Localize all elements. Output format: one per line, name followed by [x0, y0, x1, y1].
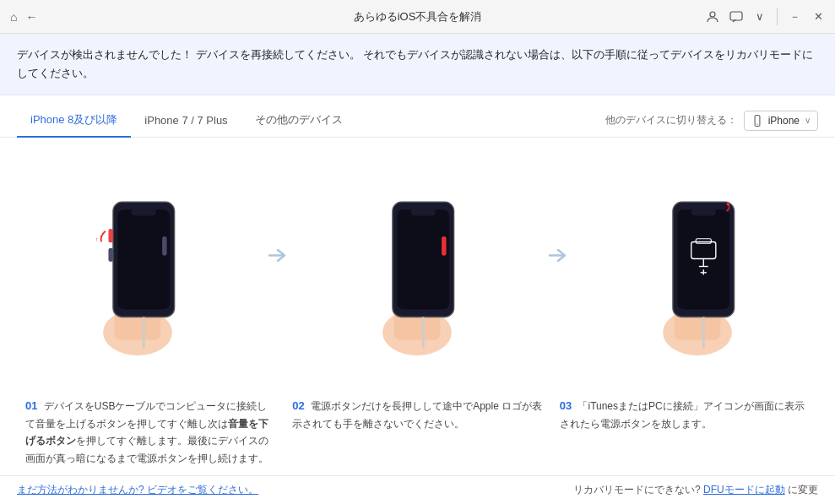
- steps-images: ↑: [17, 146, 818, 397]
- svg-rect-7: [118, 210, 171, 310]
- step1-num: 01: [25, 399, 37, 412]
- arrow2-icon: [543, 241, 572, 276]
- footer: まだ方法がわかりませんか? ビデオをご覧ください。 リカバリモードにできない? …: [0, 475, 835, 504]
- step1-text: デバイスをUSBケーブルでコンピュータに接続して音量を上げるボタンを押してすぐ離…: [25, 400, 268, 464]
- user-icon[interactable]: [706, 10, 719, 24]
- svg-rect-11: [132, 209, 156, 216]
- dfu-mode-link[interactable]: DFUモードに起動: [703, 484, 785, 496]
- step3-num: 03: [560, 399, 572, 412]
- tab-iphone7[interactable]: iPhone 7 / 7 Plus: [131, 106, 241, 137]
- svg-rect-10: [162, 237, 166, 257]
- main-content: iPhone 8及び以降 iPhone 7 / 7 Plus その他のデバイス …: [0, 95, 835, 504]
- close-button[interactable]: ✕: [811, 10, 825, 24]
- chevron-down-icon[interactable]: ∨: [753, 10, 767, 24]
- divider: [777, 8, 778, 25]
- svg-point-0: [710, 12, 715, 17]
- step-descriptions: 01 デバイスをUSBケーブルでコンピュータに接続して音量を上げるボタンを押して…: [17, 397, 818, 475]
- minimize-button[interactable]: －: [788, 10, 801, 24]
- phone-icon: [751, 115, 763, 127]
- step1-desc: 01 デバイスをUSBケーブルでコンピュータに接続して音量を上げるボタンを押して…: [17, 397, 284, 467]
- step1-illustration: ↑: [74, 187, 201, 355]
- svg-rect-31: [691, 209, 716, 216]
- title-bar-right: ∨ － ✕: [706, 8, 825, 25]
- svg-rect-8: [109, 229, 113, 242]
- chevron-icon: ∨: [805, 116, 811, 125]
- step2-text: 電源ボタンだけを長押しして途中でApple ロゴが表示されても手を離さないでくだ…: [292, 400, 542, 430]
- device-switch-label: 他のデバイスに切り替える：: [605, 113, 737, 127]
- step3-desc: 03 「iTunesまたはPCに接続」アイコンが画面に表示されたら電源ボタンを放…: [551, 397, 818, 467]
- svg-point-3: [756, 123, 757, 124]
- back-icon[interactable]: ←: [25, 10, 37, 24]
- step3-text: 「iTunesまたはPCに接続」アイコンが画面に表示されたら電源ボタンを放します…: [560, 400, 805, 430]
- tab-other[interactable]: その他のデバイス: [241, 104, 356, 138]
- device-switch: 他のデバイスに切り替える： iPhone ∨: [605, 111, 818, 131]
- footer-right-suffix: に変更: [788, 484, 818, 496]
- warning-text: デバイスが検出されませんでした！ デバイスを再接続してください。 それでもデバイ…: [17, 48, 813, 79]
- svg-rect-9: [109, 248, 113, 262]
- home-icon[interactable]: ⌂: [10, 10, 17, 24]
- title-bar-left: ⌂ ←: [10, 10, 37, 24]
- chat-icon[interactable]: [729, 10, 743, 24]
- step2-num: 02: [292, 399, 304, 412]
- arrow1-icon: [263, 241, 292, 276]
- step3-image-block: [577, 187, 818, 355]
- step2-desc: 02 電源ボタンだけを長押しして途中でApple ロゴが表示されても手を離さない…: [284, 397, 550, 467]
- steps-area: ↑: [0, 138, 835, 475]
- svg-rect-1: [730, 12, 742, 20]
- device-name: iPhone: [768, 115, 800, 127]
- step3-illustration: [634, 187, 761, 355]
- video-link[interactable]: まだ方法がわかりませんか? ビデオをご覧ください。: [17, 483, 258, 497]
- footer-right-text: リカバリモードにできない?: [573, 484, 703, 496]
- tab-iphone8[interactable]: iPhone 8及び以降: [17, 104, 131, 138]
- footer-right: リカバリモードにできない? DFUモードに起動 に変更: [573, 483, 818, 497]
- app-title: あらゆるiOS不具合を解消: [354, 9, 482, 24]
- tabs-row: iPhone 8及び以降 iPhone 7 / 7 Plus その他のデバイス …: [0, 104, 835, 138]
- warning-banner: デバイスが検出されませんでした！ デバイスを再接続してください。 それでもデバイ…: [0, 34, 835, 95]
- svg-text:↑: ↑: [95, 236, 99, 244]
- device-switch-dropdown[interactable]: iPhone ∨: [744, 111, 818, 131]
- step2-image-block: [296, 187, 538, 355]
- svg-point-33: [726, 203, 729, 207]
- svg-rect-18: [442, 237, 447, 257]
- svg-rect-17: [398, 210, 450, 310]
- step1-image-block: ↑: [17, 187, 258, 355]
- title-bar: ⌂ ← あらゆるiOS不具合を解消 ∨ － ✕: [0, 0, 835, 34]
- step2-illustration: [354, 187, 480, 355]
- svg-rect-19: [411, 209, 436, 216]
